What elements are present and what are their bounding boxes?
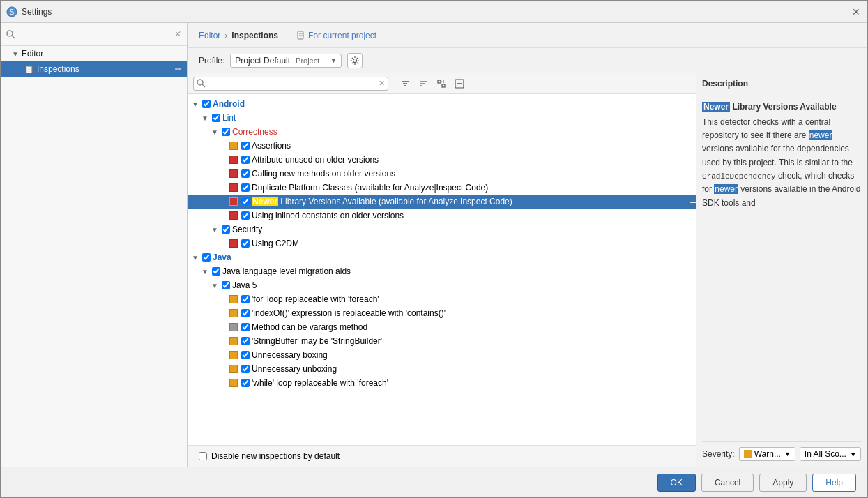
tree-node-using-inlined[interactable]: ▶ Using inlined constants on older versi… bbox=[188, 209, 696, 222]
node-label-java5: Java 5 bbox=[232, 280, 693, 290]
severity-row: Severity: Warn... ▼ In All Sco... ▼ bbox=[702, 441, 862, 461]
for-current-project-link[interactable]: For current project bbox=[296, 31, 376, 40]
tree-node-stringbuffer[interactable]: ▶ 'StringBuffer' may be 'StringBuilder' bbox=[188, 334, 696, 348]
checkbox-attribute-unused[interactable] bbox=[239, 156, 252, 164]
checkbox-assertions[interactable] bbox=[239, 142, 252, 150]
checkbox-duplicate-platform[interactable] bbox=[239, 183, 252, 192]
tree-node-using-c2dm[interactable]: ▶ Using C2DM bbox=[188, 236, 696, 250]
disable-inspections-check[interactable]: Disable new inspections by default bbox=[199, 451, 340, 461]
toggle-correctness[interactable]: ▼ bbox=[210, 128, 220, 136]
sidebar-item-editor[interactable]: ▼ Editor bbox=[1, 46, 187, 61]
checkbox-android[interactable] bbox=[200, 100, 213, 108]
tree-node-indexof[interactable]: ▶ 'indexOf()' expression is replaceable … bbox=[188, 306, 696, 320]
close-button[interactable]: ✕ bbox=[851, 6, 862, 17]
toggle-lint[interactable]: ▼ bbox=[200, 114, 210, 122]
tree-node-attribute-unused[interactable]: ▶ Attribute unused on older versions bbox=[188, 153, 696, 167]
checkbox-lint[interactable] bbox=[210, 114, 222, 122]
checkbox-security[interactable] bbox=[220, 225, 232, 234]
severity-dropdown-arrow: ▼ bbox=[784, 451, 791, 458]
window-title: Settings bbox=[22, 7, 52, 17]
node-label-lint: Lint bbox=[222, 113, 693, 123]
tree-node-for-loop[interactable]: ▶ 'for' loop replaceable with 'foreach' bbox=[188, 292, 696, 306]
tree-node-newer-library[interactable]: ▶ Newer Library Versions Available (avai… bbox=[188, 195, 696, 209]
tree-search-input[interactable]: Newer bbox=[208, 79, 376, 89]
tree-node-java[interactable]: ▼ Java bbox=[188, 250, 696, 264]
severity-color-calling-new bbox=[229, 169, 238, 178]
ok-button[interactable]: OK bbox=[657, 474, 696, 492]
checkbox-for-loop[interactable] bbox=[239, 295, 252, 303]
filter-button[interactable] bbox=[397, 76, 413, 91]
checkbox-newer-library[interactable] bbox=[239, 197, 252, 206]
sidebar-search-clear[interactable]: ✕ bbox=[174, 29, 181, 39]
checkbox-correctness[interactable] bbox=[220, 128, 232, 136]
severity-color-using-c2dm bbox=[229, 239, 238, 248]
filter-icon bbox=[400, 79, 410, 89]
severity-color-duplicate-platform bbox=[229, 183, 238, 192]
tree-node-assertions[interactable]: ▶ Assertions bbox=[188, 139, 696, 153]
tree-node-unnecessary-unboxing[interactable]: ▶ Unnecessary unboxing bbox=[188, 362, 696, 376]
checkbox-unnecessary-unboxing[interactable] bbox=[239, 365, 252, 373]
help-button[interactable]: Help bbox=[812, 474, 856, 492]
bottom-bar: Disable new inspections by default bbox=[188, 445, 696, 467]
tree-search-clear-button[interactable]: ✕ bbox=[379, 79, 385, 88]
scope-badge[interactable]: In All Sco... ▼ bbox=[800, 447, 861, 461]
tree-node-unnecessary-boxing[interactable]: ▶ Unnecessary boxing bbox=[188, 348, 696, 362]
sidebar-item-inspections[interactable]: 📋 Inspections ✏ bbox=[1, 61, 187, 77]
checkbox-java-lang[interactable] bbox=[210, 267, 222, 276]
checkbox-while-loop[interactable] bbox=[239, 379, 252, 387]
for-current-label: For current project bbox=[308, 31, 376, 40]
checkbox-java[interactable] bbox=[200, 253, 213, 262]
disable-label: Disable new inspections by default bbox=[211, 451, 340, 461]
tree-node-correctness[interactable]: ▼ Correctness bbox=[188, 125, 696, 139]
sidebar-item-label: Inspections bbox=[37, 64, 79, 74]
node-label-calling-new: Calling new methods on older versions bbox=[252, 169, 693, 179]
edit-icon: ✏ bbox=[175, 65, 181, 74]
gear-button[interactable] bbox=[347, 53, 363, 68]
tree-node-security[interactable]: ▼ Security bbox=[188, 222, 696, 236]
sort-button[interactable] bbox=[416, 76, 431, 91]
tree-node-lint[interactable]: ▼ Lint bbox=[188, 111, 696, 125]
toggle-java[interactable]: ▼ bbox=[190, 254, 200, 262]
toggle-java-lang[interactable]: ▼ bbox=[200, 268, 210, 276]
node-label-indexof: 'indexOf()' expression is replaceable wi… bbox=[252, 308, 693, 318]
search-icon bbox=[6, 30, 15, 39]
tree-node-calling-new[interactable]: ▶ Calling new methods on older versions bbox=[188, 167, 696, 181]
checkbox-calling-new[interactable] bbox=[239, 169, 252, 178]
tree-node-java-lang[interactable]: ▼ Java language level migration aids bbox=[188, 264, 696, 278]
checkbox-varargs[interactable] bbox=[239, 323, 252, 331]
collapse-button[interactable] bbox=[452, 76, 467, 91]
toggle-security[interactable]: ▼ bbox=[210, 226, 220, 234]
disable-checkbox[interactable] bbox=[199, 452, 207, 460]
toggle-java5[interactable]: ▼ bbox=[210, 282, 220, 289]
breadcrumb-editor[interactable]: Editor bbox=[199, 31, 220, 40]
svg-line-3 bbox=[12, 36, 15, 38]
scope-value: In All Sco... bbox=[805, 449, 846, 459]
checkbox-using-inlined[interactable] bbox=[239, 211, 252, 220]
tree-node-varargs[interactable]: ▶ Method can be varargs method bbox=[188, 320, 696, 334]
node-label-correctness: Correctness bbox=[232, 127, 693, 137]
checkbox-indexof[interactable] bbox=[239, 309, 252, 317]
profile-dropdown[interactable]: Project Default Project ▼ bbox=[230, 54, 342, 68]
checkbox-unnecessary-boxing[interactable] bbox=[239, 351, 252, 359]
apply-button[interactable]: Apply bbox=[759, 474, 807, 492]
severity-badge[interactable]: Warn... ▼ bbox=[739, 447, 795, 461]
sidebar-search-input[interactable]: Newer bbox=[18, 27, 172, 41]
description-panel: Description Newer Library Versions Avail… bbox=[696, 73, 867, 467]
checkbox-using-c2dm[interactable] bbox=[239, 239, 252, 248]
tree-node-java5[interactable]: ▼ Java 5 bbox=[188, 278, 696, 292]
svg-rect-16 bbox=[438, 80, 441, 83]
checkbox-java5[interactable] bbox=[220, 281, 232, 289]
checkbox-stringbuffer[interactable] bbox=[239, 337, 252, 345]
tree-panel: Newer ✕ bbox=[188, 73, 696, 467]
footer: OK Cancel Apply Help bbox=[1, 467, 867, 497]
tree-node-while-loop[interactable]: ▶ 'while' loop replaceable with 'foreach… bbox=[188, 376, 696, 390]
toggle-android[interactable]: ▼ bbox=[190, 100, 200, 108]
expand-button[interactable] bbox=[434, 76, 449, 91]
cancel-button[interactable]: Cancel bbox=[701, 474, 754, 492]
main-panel: Editor › Inspections For current project… bbox=[188, 23, 867, 467]
title-bar: S Settings ✕ bbox=[1, 1, 867, 23]
settings-window: S Settings ✕ Newer ✕ ▼ Editor bbox=[0, 0, 868, 498]
svg-point-8 bbox=[197, 80, 203, 85]
tree-node-duplicate-platform[interactable]: ▶ Duplicate Platform Classes (available … bbox=[188, 181, 696, 195]
tree-node-android[interactable]: ▼ Android bbox=[188, 97, 696, 111]
